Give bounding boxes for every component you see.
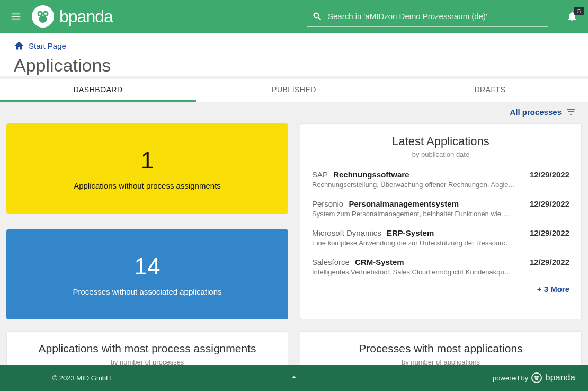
tile-processes-without-apps[interactable]: 14 Processes without associated applicat… — [6, 229, 288, 319]
svg-point-5 — [39, 16, 47, 23]
dashboard-grid: 1 Applications without process assignmen… — [0, 121, 588, 326]
svg-point-8 — [535, 377, 538, 380]
svg-point-6 — [534, 376, 537, 378]
chevron-up-icon — [289, 372, 299, 382]
app-description: Intelligentes Vertriebstool: Sales Cloud… — [312, 268, 522, 276]
app-vendor: SAP — [312, 170, 328, 179]
tile-caption: Processes without associated application… — [73, 287, 222, 296]
notification-badge: 5 — [574, 7, 584, 15]
card-title: Applications with most process assignmen… — [17, 342, 277, 355]
filter-row: All processes — [0, 102, 588, 121]
tile-value: 14 — [135, 253, 161, 280]
powered-by-label: powered by — [493, 374, 528, 382]
tile-apps-without-processes[interactable]: 1 Applications without process assignmen… — [6, 123, 288, 214]
page-title: Applications — [14, 55, 574, 76]
footer-copyright: © 2023 MID GmbH — [13, 374, 150, 382]
tab-bar: DASHBOARD PUBLISHED DRAFTS — [0, 79, 588, 102]
tile-value: 1 — [141, 147, 154, 174]
card-title: Latest Applications — [312, 135, 569, 148]
app-description: Eine komplexe Anwendung die zur Unterstü… — [312, 239, 522, 247]
app-vendor: Personio — [312, 199, 343, 208]
search-icon — [307, 6, 328, 26]
top-bar: bpanda 5 — [0, 0, 588, 33]
tab-published[interactable]: PUBLISHED — [196, 79, 392, 102]
app-product: Personalmanagementsystem — [349, 199, 459, 208]
tile-caption: Applications without process assignments — [74, 181, 221, 190]
sub-header: Start Page Applications — [0, 33, 588, 76]
app-date: 12/29/2022 — [530, 170, 569, 179]
app-row[interactable]: Microsoft Dynamics ERP-System Eine kompl… — [312, 223, 569, 252]
card-title: Processes with most applications — [311, 342, 571, 355]
app-row[interactable]: Salesforce CRM-System Intelligentes Vert… — [312, 252, 569, 281]
footer: © 2023 MID GmbH powered by bpanda — [0, 365, 588, 391]
brand-logo-icon — [531, 372, 542, 383]
menu-button[interactable] — [7, 8, 24, 25]
card-subtitle: by publication date — [312, 150, 569, 158]
footer-powered-by[interactable]: powered by bpanda — [438, 372, 575, 383]
tab-drafts[interactable]: DRAFTS — [392, 79, 588, 102]
tab-dashboard[interactable]: DASHBOARD — [0, 79, 196, 102]
brand-logo-icon — [32, 5, 54, 28]
filter-label: All processes — [510, 108, 562, 117]
app-vendor: Microsoft Dynamics — [312, 228, 381, 237]
svg-point-3 — [39, 13, 42, 15]
app-description: System zum Personalmanagement, beinhalte… — [312, 210, 522, 218]
search-input[interactable] — [328, 6, 548, 26]
powered-by-brand: bpanda — [545, 372, 575, 383]
app-description: Rechnungserstellung, Überwachung offener… — [312, 181, 522, 189]
more-link[interactable]: + 3 More — [312, 281, 569, 294]
app-row[interactable]: Personio Personalmanagementsystem System… — [312, 194, 569, 223]
latest-applications-card: Latest Applications by publication date … — [300, 123, 582, 319]
footer-expand-button[interactable] — [150, 372, 438, 384]
svg-point-7 — [537, 376, 539, 378]
brand-name: bpanda — [59, 7, 113, 26]
home-icon — [14, 40, 24, 51]
app-product: CRM-System — [355, 257, 404, 266]
filter-button[interactable]: All processes — [510, 106, 576, 117]
app-vendor: Salesforce — [312, 257, 350, 266]
app-row[interactable]: SAP Rechnungssoftware Rechnungserstellun… — [312, 165, 569, 194]
app-date: 12/29/2022 — [530, 257, 569, 266]
breadcrumb[interactable]: Start Page — [14, 40, 66, 51]
notifications-button[interactable]: 5 — [564, 8, 581, 25]
search-field[interactable] — [307, 6, 548, 27]
svg-point-4 — [44, 13, 47, 15]
breadcrumb-label: Start Page — [29, 41, 66, 50]
app-product: ERP-System — [387, 228, 434, 237]
app-date: 12/29/2022 — [530, 199, 569, 208]
app-date: 12/29/2022 — [530, 228, 569, 237]
menu-icon — [10, 11, 22, 22]
brand-logo[interactable]: bpanda — [32, 5, 113, 28]
app-product: Rechnungssoftware — [333, 170, 409, 179]
filter-icon — [566, 106, 576, 117]
